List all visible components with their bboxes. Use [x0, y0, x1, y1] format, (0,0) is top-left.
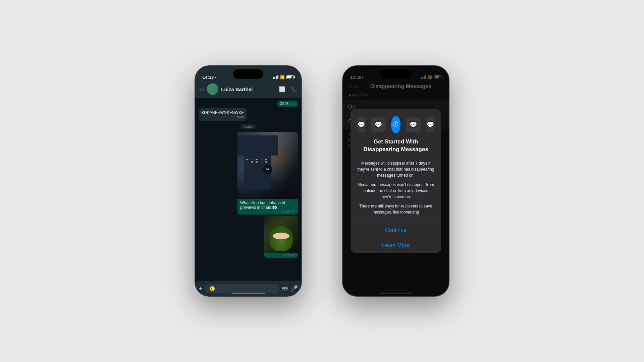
modal-para-3: There are still ways for recipients to s… — [357, 203, 434, 215]
message-input[interactable]: 🙂 — [205, 284, 279, 293]
learn-more-button[interactable]: Learn More — [351, 238, 441, 253]
modal-overlay: 💬 💬 ⏱ 💬 — [343, 66, 449, 296]
emoji-icon-input: 🙂 — [209, 286, 215, 291]
battery-icon — [286, 75, 294, 79]
kermit-tick: ✓✓ — [290, 253, 296, 257]
modal-actions: Continue Learn More — [351, 223, 441, 253]
modal-icon-chat-left: 💬 — [357, 117, 366, 132]
received-message: BDKABFKWNKFNWKF 20:08 — [199, 108, 247, 121]
image-message: ↪ WhatsApp has enhanced previews in chat… — [237, 132, 298, 215]
modal-timer-icon: ⏱ — [391, 116, 401, 133]
plus-icon[interactable]: + — [199, 285, 203, 293]
location-icon: ▸ — [215, 75, 216, 79]
contact-name[interactable]: Luiza Barthel — [221, 86, 276, 92]
modal-body: Messages will disappear after 7 days if … — [351, 156, 441, 219]
chat-bubble-bottom-icon: 💬 — [427, 121, 434, 128]
message-tick: ✓✓ — [290, 102, 295, 106]
wifi-icon: 📶 — [280, 75, 285, 79]
chat-bubble-top-icon: 💬 — [375, 121, 382, 128]
header-action-icons: ⬜ 📞 — [279, 86, 297, 92]
image-caption: WhatsApp has enhanced previews in chats … — [237, 199, 298, 215]
video-call-icon[interactable]: ⬜ — [279, 86, 285, 92]
modal-icon-chat-bottom: 💬 — [426, 117, 434, 132]
right-phone: 13:58 ▸ 📶 ‹ Info Di — [342, 65, 449, 297]
modal-card: 💬 💬 ⏱ 💬 — [351, 109, 441, 252]
microphone-icon[interactable]: 🎤 — [290, 285, 298, 292]
modal-icons-row: 💬 💬 ⏱ 💬 — [351, 109, 441, 137]
message-timestamp: 20:08 — [201, 116, 244, 119]
signal-icon — [273, 75, 279, 79]
timer-icon: ⏱ — [392, 120, 399, 129]
date-separator: Today — [240, 124, 256, 129]
dynamic-island-left — [233, 69, 263, 79]
banner-time: 20:08 — [280, 102, 288, 106]
left-phone: 14:13 ▸ 📶 ‹ 1 — [195, 65, 302, 297]
chat-bubble-left-icon: 💬 — [358, 121, 365, 128]
chat-body: 20:08 ✓✓ BDKABFKWNKFNWKF 20:08 Today — [195, 98, 301, 281]
modal-icon-chat-right: 💬 — [406, 117, 421, 132]
chat-screen: 14:13 ▸ 📶 ‹ 1 — [195, 66, 301, 296]
disappearing-screen: 13:58 ▸ 📶 ‹ Info Di — [343, 66, 449, 296]
continue-button[interactable]: Continue — [351, 223, 441, 238]
modal-para-2: Media and messages won't disappear from … — [357, 182, 434, 200]
avatar — [207, 83, 218, 95]
kermit-timestamp: 14:13 ✓✓ — [264, 253, 298, 258]
input-action-icons: 📷 — [282, 286, 288, 291]
home-indicator-left — [231, 293, 265, 294]
banner-message: 20:08 ✓✓ — [277, 101, 298, 107]
camera-icon[interactable]: 📷 — [282, 286, 288, 291]
back-button[interactable]: ‹ 1 — [199, 86, 204, 93]
chat-bubble-right-icon: 💬 — [410, 121, 417, 128]
status-time-left: 14:13 ▸ — [203, 75, 216, 80]
kermit-message: 14:13 ✓✓ — [264, 216, 298, 258]
kermit-image — [264, 216, 298, 253]
image-timestamp: 14:12 ✓✓ — [240, 210, 295, 213]
status-icons-left: 📶 — [273, 75, 294, 79]
modal-title: Get Started With Disappearing Messages — [351, 137, 441, 156]
message-content: BDKABFKWNKFNWKF — [201, 110, 244, 115]
phone-call-icon[interactable]: 📞 — [291, 86, 297, 92]
modal-icon-chat-top: 💬 — [371, 117, 386, 132]
image-tick: ✓✓ — [290, 210, 295, 213]
forward-button[interactable]: ↪ — [263, 165, 272, 174]
modal-para-1: Messages will disappear after 7 days if … — [357, 160, 434, 178]
